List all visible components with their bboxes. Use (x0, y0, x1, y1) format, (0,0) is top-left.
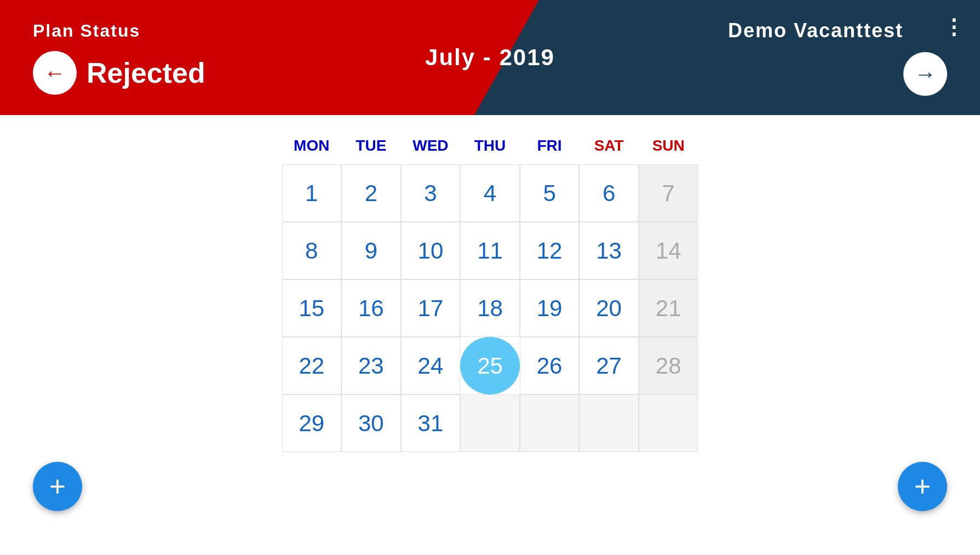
calendar-week-5: 293031 (282, 394, 698, 452)
calendar-day-19[interactable]: 19 (520, 279, 580, 337)
calendar-day-2[interactable]: 2 (341, 164, 401, 222)
day-number: 13 (592, 233, 627, 268)
next-arrow-icon: → (914, 63, 936, 85)
calendar-day-28[interactable]: 28 (639, 337, 698, 394)
day-number: 28 (651, 348, 686, 384)
day-number: 6 (592, 176, 627, 211)
calendar-grid: MONTUEWEDTHUFRISATSUN 123456789101112131… (282, 131, 698, 452)
day-number: 12 (532, 233, 567, 268)
day-header-sat: SAT (579, 131, 639, 164)
calendar-day-8[interactable]: 8 (282, 222, 342, 279)
rejected-row: ← Rejected (33, 51, 490, 95)
calendar-day-27[interactable]: 27 (579, 337, 639, 394)
calendar-empty-cell (579, 394, 639, 452)
day-number: 16 (353, 291, 388, 326)
day-number: 31 (413, 406, 448, 441)
day-number: 21 (651, 291, 686, 326)
day-number: 1 (294, 176, 329, 211)
calendar-day-29[interactable]: 29 (282, 394, 342, 452)
day-number: 8 (294, 233, 329, 268)
day-number: 19 (532, 291, 567, 326)
calendar-day-10[interactable]: 10 (401, 222, 461, 279)
day-number: 27 (592, 348, 627, 384)
calendar-day-18[interactable]: 18 (460, 279, 520, 337)
day-header-fri: FRI (520, 131, 580, 164)
day-number: 10 (413, 233, 448, 268)
day-header-thu: THU (460, 131, 520, 164)
calendar-day-5[interactable]: 5 (520, 164, 580, 222)
calendar-day-25[interactable]: 25 (460, 337, 520, 394)
calendar-week-1: 1234567 (282, 164, 698, 222)
day-headers: MONTUEWEDTHUFRISATSUN (282, 131, 698, 164)
calendar-week-4: 22232425262728 (282, 337, 698, 394)
day-header-wed: WED (401, 131, 461, 164)
day-number: 18 (472, 291, 507, 326)
day-header-mon: MON (282, 131, 342, 164)
day-number: 15 (294, 291, 329, 326)
header-left: Plan Status ← Rejected (0, 0, 490, 115)
back-arrow-icon: ← (44, 62, 66, 84)
calendar-container: MONTUEWEDTHUFRISATSUN 123456789101112131… (0, 115, 980, 452)
day-number: 4 (472, 176, 507, 211)
day-number: 14 (651, 233, 686, 268)
day-number (592, 406, 627, 441)
calendar-day-23[interactable]: 23 (341, 337, 401, 394)
day-header-tue: TUE (341, 131, 401, 164)
day-header-sun: SUN (639, 131, 698, 164)
day-number: 23 (353, 348, 388, 384)
more-options-button[interactable]: ⋮ (943, 15, 965, 39)
rejected-label: Rejected (87, 56, 205, 89)
fab-right-icon: + (914, 472, 931, 501)
calendar-weeks: 1234567891011121314151617181920212223242… (282, 164, 698, 452)
day-number: 20 (592, 291, 627, 326)
calendar-day-16[interactable]: 16 (341, 279, 401, 337)
calendar-day-9[interactable]: 9 (341, 222, 401, 279)
fab-left-button[interactable]: + (33, 462, 82, 511)
calendar-day-11[interactable]: 11 (460, 222, 520, 279)
header: Plan Status ← Rejected July - 2019 Demo … (0, 0, 980, 115)
calendar-day-12[interactable]: 12 (520, 222, 580, 279)
day-number: 9 (353, 233, 388, 268)
day-number (472, 406, 507, 441)
calendar-day-20[interactable]: 20 (579, 279, 639, 337)
calendar-day-13[interactable]: 13 (579, 222, 639, 279)
fab-left-icon: + (49, 472, 66, 501)
day-number: 5 (532, 176, 567, 211)
day-number: 11 (472, 233, 507, 268)
user-name-label: Demo Vacanttest (728, 19, 903, 42)
calendar-day-3[interactable]: 3 (401, 164, 461, 222)
day-number: 2 (353, 176, 388, 211)
day-number: 29 (294, 406, 329, 441)
calendar-day-24[interactable]: 24 (401, 337, 461, 394)
day-number (532, 406, 567, 441)
calendar-week-3: 15161718192021 (282, 279, 698, 337)
plan-status-label: Plan Status (33, 21, 490, 41)
day-number: 25 (472, 348, 507, 384)
day-number: 7 (651, 176, 686, 211)
calendar-day-26[interactable]: 26 (520, 337, 580, 394)
next-button[interactable]: → (903, 52, 947, 96)
calendar-day-1[interactable]: 1 (282, 164, 342, 222)
back-button[interactable]: ← (33, 51, 77, 95)
calendar-day-15[interactable]: 15 (282, 279, 342, 337)
calendar-day-17[interactable]: 17 (401, 279, 461, 337)
calendar-day-22[interactable]: 22 (282, 337, 342, 394)
calendar-empty-cell (520, 394, 580, 452)
calendar-day-31[interactable]: 31 (401, 394, 461, 452)
calendar-day-7[interactable]: 7 (639, 164, 698, 222)
fab-right-button[interactable]: + (898, 462, 947, 511)
calendar-empty-cell (460, 394, 520, 452)
day-number: 30 (353, 406, 388, 441)
calendar-day-14[interactable]: 14 (639, 222, 698, 279)
calendar-day-21[interactable]: 21 (639, 279, 698, 337)
day-number: 24 (413, 348, 448, 384)
day-number: 22 (294, 348, 329, 384)
calendar-day-6[interactable]: 6 (579, 164, 639, 222)
day-number: 17 (413, 291, 448, 326)
calendar-day-4[interactable]: 4 (460, 164, 520, 222)
calendar-day-30[interactable]: 30 (341, 394, 401, 452)
header-right: Demo Vacanttest → (490, 0, 981, 115)
day-number: 26 (532, 348, 567, 384)
calendar-empty-cell (639, 394, 698, 452)
day-number (651, 406, 686, 441)
